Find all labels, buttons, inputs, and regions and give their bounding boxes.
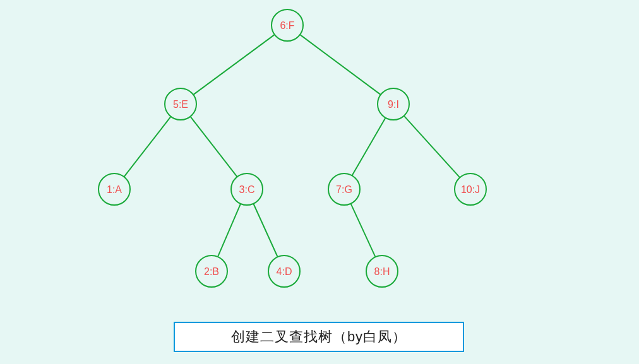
tree-node: 8:H	[366, 255, 398, 287]
tree-node: 3:C	[231, 173, 263, 205]
tree-node: 7:G	[328, 173, 360, 205]
node-label: 7:G	[336, 184, 352, 195]
node-label: 4:D	[277, 266, 292, 277]
tree-edge	[300, 35, 381, 95]
tree-edge	[124, 117, 170, 177]
node-label: 6:F	[280, 20, 294, 31]
tree-node: 4:D	[268, 255, 300, 287]
tree-edge	[253, 204, 277, 257]
tree-node: 6:F	[272, 9, 303, 41]
tree-edge	[404, 116, 460, 178]
node-label: 8:H	[374, 266, 390, 277]
tree-edge	[218, 204, 241, 257]
tree-node: 2:B	[196, 255, 227, 287]
tree-node: 10:J	[455, 173, 486, 205]
node-label: 3:C	[239, 184, 255, 195]
bst-tree-diagram: 6:F5:E9:I1:A3:C7:G10:J2:B4:D8:H	[0, 0, 639, 315]
node-label: 9:I	[388, 99, 399, 110]
node-label: 1:A	[107, 184, 122, 195]
tree-edge	[352, 118, 386, 176]
node-label: 10:J	[461, 184, 480, 195]
tree-edge	[350, 204, 375, 257]
tree-node: 9:I	[378, 88, 409, 120]
node-label: 2:B	[204, 266, 219, 277]
caption-text: 创建二叉查找树（by白凤）	[231, 327, 407, 346]
tree-edge	[193, 35, 275, 95]
caption-box: 创建二叉查找树（by白凤）	[174, 322, 464, 352]
nodes-layer: 6:F5:E9:I1:A3:C7:G10:J2:B4:D8:H	[99, 9, 486, 287]
edges-layer	[124, 35, 460, 257]
tree-edge	[190, 117, 237, 177]
tree-node: 1:A	[99, 173, 130, 205]
node-label: 5:E	[173, 99, 188, 110]
tree-node: 5:E	[165, 88, 196, 120]
